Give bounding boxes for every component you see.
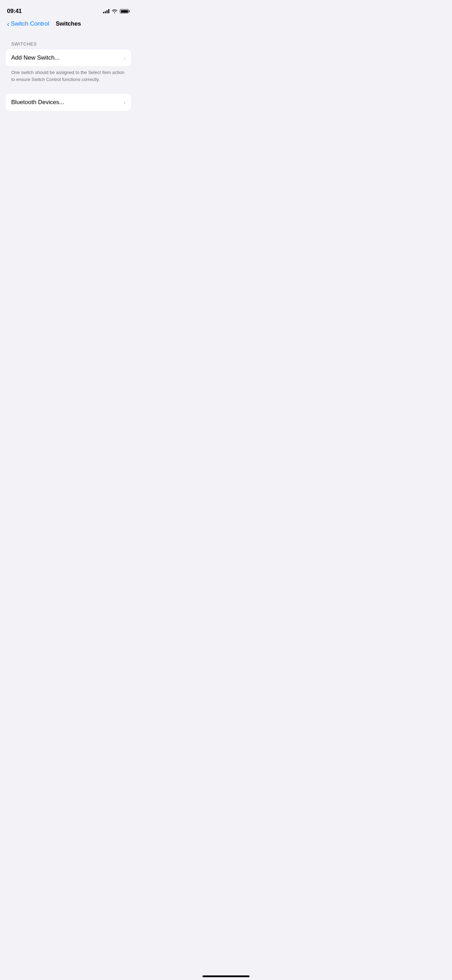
status-time: 09:41 xyxy=(7,8,22,15)
helper-text: One switch should be assigned to the Sel… xyxy=(6,66,131,88)
bluetooth-section-card: Bluetooth Devices... › xyxy=(6,94,131,111)
add-new-switch-chevron-icon: › xyxy=(124,55,126,61)
page-title: Switches xyxy=(56,20,81,27)
add-new-switch-label: Add New Switch... xyxy=(11,54,60,61)
bluetooth-devices-chevron-icon: › xyxy=(124,100,126,105)
bluetooth-devices-row[interactable]: Bluetooth Devices... › xyxy=(6,94,131,111)
content-area: SWITCHES Add New Switch... › One switch … xyxy=(0,33,137,111)
switches-section-card: Add New Switch... › xyxy=(6,49,131,66)
nav-header: ‹ Switch Control Switches xyxy=(0,18,137,33)
back-chevron-icon: ‹ xyxy=(7,20,10,27)
back-button-label: Switch Control xyxy=(11,20,49,27)
bluetooth-devices-label: Bluetooth Devices... xyxy=(11,99,64,106)
status-bar: 09:41 xyxy=(0,0,137,18)
wifi-icon xyxy=(112,9,118,13)
battery-icon xyxy=(120,9,130,13)
status-icons xyxy=(103,9,130,13)
signal-bars-icon xyxy=(103,9,109,13)
back-button[interactable]: ‹ Switch Control xyxy=(7,20,49,27)
add-new-switch-row[interactable]: Add New Switch... › xyxy=(6,49,131,66)
section-label: SWITCHES xyxy=(6,41,131,47)
